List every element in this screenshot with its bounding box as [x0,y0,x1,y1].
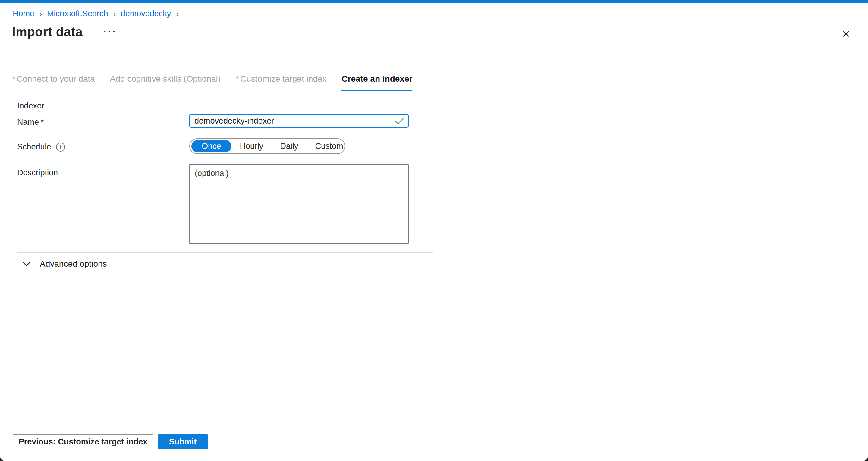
schedule-label-text: Schedule [17,142,51,152]
page-title: Import data [12,25,83,39]
tab-required-star: * [236,74,239,84]
breadcrumb-separator-icon: › [38,10,43,18]
schedule-toggle-group: Once Hourly Daily Custom [189,138,345,154]
name-label-text: Name [17,118,39,127]
more-options-icon[interactable]: ··· [104,27,117,37]
indexer-section-label: Indexer [17,101,44,111]
tab-label: Customize target index [240,74,327,84]
tab-customize-target-index[interactable]: *Customize target index [236,74,327,91]
schedule-option-custom[interactable]: Custom [307,140,352,152]
description-field-label: Description [17,168,58,178]
required-asterisk: * [41,118,44,127]
tab-add-cognitive-skills[interactable]: Add cognitive skills (Optional) [110,74,221,91]
name-field-label: Name* [17,118,44,127]
breadcrumb-demovedecky[interactable]: demovedecky [121,9,171,19]
tab-required-star: * [12,74,16,84]
breadcrumb-separator-icon: › [113,10,117,18]
info-icon[interactable]: i [56,143,65,152]
panel-accent-bar [0,0,868,3]
close-icon[interactable]: ✕ [839,28,853,40]
schedule-field-label: Schedule i [17,142,65,152]
tab-create-an-indexer[interactable]: Create an indexer [341,74,412,91]
breadcrumb-home[interactable]: Home [13,9,34,19]
section-divider [17,275,433,275]
previous-step-button[interactable]: Previous: Customize target index [13,434,153,449]
breadcrumb-microsoft-search[interactable]: Microsoft.Search [47,9,108,19]
section-divider [17,252,433,253]
schedule-option-once[interactable]: Once [191,140,231,152]
breadcrumb-separator-icon: › [175,10,179,18]
submit-button[interactable]: Submit [158,434,208,449]
schedule-option-hourly[interactable]: Hourly [231,140,272,152]
name-field [189,114,409,128]
schedule-option-daily[interactable]: Daily [272,140,307,152]
advanced-options-expander[interactable]: Advanced options [22,259,107,269]
footer-divider [0,422,868,423]
chevron-down-icon [22,261,31,267]
tab-label: Connect to your data [17,74,95,84]
tab-label: Create an indexer [341,74,412,84]
tab-label: Add cognitive skills (Optional) [110,74,221,84]
indexer-name-input[interactable] [189,114,409,128]
breadcrumb: Home › Microsoft.Search › demovedecky › [13,9,179,19]
advanced-options-label: Advanced options [40,259,107,269]
description-textarea[interactable] [189,164,409,244]
tab-connect-to-your-data[interactable]: *Connect to your data [12,74,95,91]
import-data-panel: Home › Microsoft.Search › demovedecky › … [0,0,868,461]
wizard-tabs: *Connect to your data Add cognitive skil… [12,74,412,91]
